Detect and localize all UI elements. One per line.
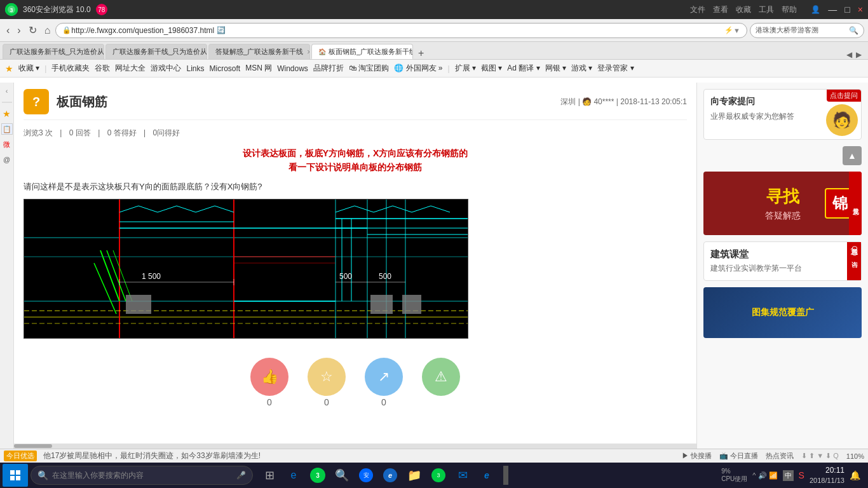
news-tag-today[interactable]: 今日优选 xyxy=(4,451,37,461)
expert-corner-btn[interactable]: 点击提问 xyxy=(827,90,861,102)
sidebar-weibo-icon[interactable]: 微 xyxy=(1,139,13,150)
taskbar-edge2[interactable]: e xyxy=(475,464,498,487)
news-right: ▶ 快搜播 📺 今日直播 热点资讯 ⬇ ⬆ ▼ ⬇ Q 110% xyxy=(682,451,864,461)
share-button[interactable]: ↗ xyxy=(365,358,403,396)
refresh-button[interactable]: ↻ xyxy=(26,23,39,37)
taskbar-search2[interactable]: 🔍 xyxy=(330,464,353,487)
back-button[interactable]: ‹ xyxy=(4,24,12,37)
mic-icon[interactable]: 🎤 xyxy=(236,471,246,480)
taskbar-search[interactable]: 🔍 在这里输入你要搜索的内容 🎤 xyxy=(31,466,253,485)
tab-2[interactable]: 广联达服务新干线_只为造价从业... × xyxy=(105,44,207,59)
bookmark-favorites[interactable]: 收藏 ▾ xyxy=(18,63,39,74)
bookmark-screenshot[interactable]: 截图 ▾ xyxy=(481,63,502,74)
tab-3-close[interactable]: × xyxy=(307,48,310,57)
taskbar-clock[interactable]: 20:11 2018/11/13 xyxy=(810,465,844,485)
close-button[interactable]: × xyxy=(858,4,863,15)
bookmark-translate[interactable]: Ad 翻译 ▾ xyxy=(507,63,539,74)
bookmark-webguide[interactable]: 网址大全 xyxy=(115,63,146,74)
bookmark-brand[interactable]: 品牌打折 xyxy=(313,63,344,74)
menu-tools[interactable]: 工具 xyxy=(759,4,774,15)
stat-views: 浏览3 次 xyxy=(24,128,53,137)
browser-title: 360安全浏览器 10.0 xyxy=(23,4,91,15)
menu-file[interactable]: 文件 xyxy=(690,4,705,15)
feedback-btn[interactable]: 意见反馈 xyxy=(849,172,862,235)
news-live[interactable]: 📺 今日直播 xyxy=(719,451,758,461)
sidebar-nav-back[interactable]: ‹ xyxy=(1,85,13,97)
bookmark-games2[interactable]: 游戏 ▾ xyxy=(571,63,592,74)
bookmark-microsoft[interactable]: Microsoft xyxy=(209,64,240,73)
scroll-to-top-button[interactable]: ▲ xyxy=(843,146,862,165)
cortana-icon: 🔍 xyxy=(37,470,48,480)
bookmark-games[interactable]: 游戏中心 xyxy=(151,63,181,74)
report-button[interactable]: ⚠ xyxy=(422,358,460,396)
sidebar-star-icon[interactable]: ★ xyxy=(1,108,13,119)
share-btn-wrapper: ↗ 0 xyxy=(365,358,403,407)
stat-helpful: 0问得好 xyxy=(153,128,180,137)
taskbar-taskview[interactable]: ⊞ xyxy=(258,464,281,487)
bookmark-google[interactable]: 谷歌 xyxy=(95,63,110,74)
scrollbar-thumb[interactable] xyxy=(14,444,52,448)
search-bar[interactable]: 港珠澳大桥带游客溯 🔍 xyxy=(750,23,864,38)
question-text: 请问这样是不是表示这块板只有Y向的面筋跟底筋？没有X向钢筋? xyxy=(24,181,687,193)
search-icon[interactable]: 🔍 xyxy=(849,26,858,35)
new-tab-button[interactable]: + xyxy=(414,48,428,59)
like-btn-wrapper: 👍 0 xyxy=(250,358,288,407)
qq-label: QQ咨询 xyxy=(850,246,858,256)
left-sidebar: ‹ ★ 📋 微 @ xyxy=(0,83,14,463)
question-meta: 深圳 | 🧑 40**** | 2018-11-13 20:05:1 xyxy=(560,97,687,107)
tab-nav-forward[interactable]: ▶ xyxy=(856,50,862,59)
taskbar-360[interactable]: 3 xyxy=(306,464,329,487)
menu-view[interactable]: 查看 xyxy=(713,4,728,15)
tab-3[interactable]: 答疑解惑_广联达服务新干线 × xyxy=(208,44,310,59)
question-header: ? 板面钢筋 深圳 | 🧑 40**** | 2018-11-13 20:05:… xyxy=(24,89,687,120)
taskbar-360safe[interactable]: 安 xyxy=(355,464,377,487)
menu-favorites[interactable]: 收藏 xyxy=(736,4,751,15)
stat-answers: 0 回答 xyxy=(69,128,91,137)
tab-1-label: 广联达服务新干线_只为造价从业... xyxy=(10,47,104,57)
antivirus-icon: S xyxy=(799,470,804,480)
window-controls: 文件 查看 收藏 工具 帮助 👤 — □ × xyxy=(690,4,863,15)
course-card: 建筑课堂 建筑行业实训教学第一平台 关注我们 QQ咨询 xyxy=(703,241,862,281)
ime-indicator[interactable]: 中 xyxy=(783,470,794,481)
account-icon[interactable]: 👤 xyxy=(811,5,820,14)
follow-btn[interactable]: 关注我们 QQ咨询 xyxy=(847,242,861,280)
notification-btn[interactable]: 🔔 xyxy=(850,470,860,480)
menu-help[interactable]: 帮助 xyxy=(782,4,797,15)
taskbar-mail[interactable]: ✉ xyxy=(451,464,474,487)
browser-logo: 3 xyxy=(5,3,18,16)
tab-nav-back[interactable]: ◀ xyxy=(846,50,852,59)
tab-1[interactable]: 广联达服务新干线_只为造价从业... × xyxy=(3,44,104,59)
bookmark-links[interactable]: Links xyxy=(186,64,204,73)
bookmark-windows[interactable]: Windows xyxy=(277,64,308,73)
bookmark-bank[interactable]: 网银 ▾ xyxy=(545,63,566,74)
bookmark-login[interactable]: 登录管家 ▾ xyxy=(597,63,634,74)
horizontal-scrollbar[interactable] xyxy=(14,444,696,449)
news-text[interactable]: 他17岁被周星驰相中，最红时消失圈迹，如今33岁靠刷墙漆为生! xyxy=(43,451,261,461)
bookmark-friends[interactable]: 🌐 外国网友 » xyxy=(394,63,442,74)
bookmark-extend[interactable]: 扩展 ▾ xyxy=(455,63,476,74)
like-button[interactable]: 👍 xyxy=(250,358,288,396)
taskbar-edge[interactable]: e xyxy=(282,464,305,487)
taskbar-files[interactable]: 📁 xyxy=(403,464,426,487)
sidebar-email-icon[interactable]: @ xyxy=(1,154,13,165)
news-hot[interactable]: 热点资讯 xyxy=(766,451,794,461)
news-播[interactable]: ▶ 快搜播 xyxy=(682,451,712,461)
maximize-button[interactable]: □ xyxy=(844,4,850,15)
taskbar-360-2[interactable]: 3 xyxy=(427,464,450,487)
sidebar-note-icon[interactable]: 📋 xyxy=(1,123,13,135)
banner-card: 图集规范覆盖广 xyxy=(703,287,862,338)
home-button[interactable]: ⌂ xyxy=(42,24,53,37)
tab-4[interactable]: 🏠 板面钢筋_广联达服务新干线 × xyxy=(311,44,413,59)
start-button[interactable] xyxy=(3,464,28,487)
star-button[interactable]: ☆ xyxy=(308,358,346,396)
bookmark-mobile[interactable]: 手机收藏夹 xyxy=(51,63,90,74)
bookmark-taobao[interactable]: 🛍 淘宝团购 xyxy=(349,63,389,74)
taskbar-ie[interactable]: e xyxy=(379,464,402,487)
stat-sep3: | xyxy=(144,128,146,137)
forward-button[interactable]: › xyxy=(15,24,23,37)
minimize-button[interactable]: — xyxy=(828,4,837,15)
system-tray-icons: ^ 🔊 📶 xyxy=(752,471,777,480)
question-body: 设计表达板面，板底Y方向钢筋，X方向应该有分布钢筋的 看一下设计说明单向板的分布… xyxy=(24,146,687,175)
address-bar[interactable]: 🔒 http://e.fwxgx.com/question_1986037.ht… xyxy=(55,23,747,38)
bookmark-msn[interactable]: MSN 网 xyxy=(245,63,272,74)
